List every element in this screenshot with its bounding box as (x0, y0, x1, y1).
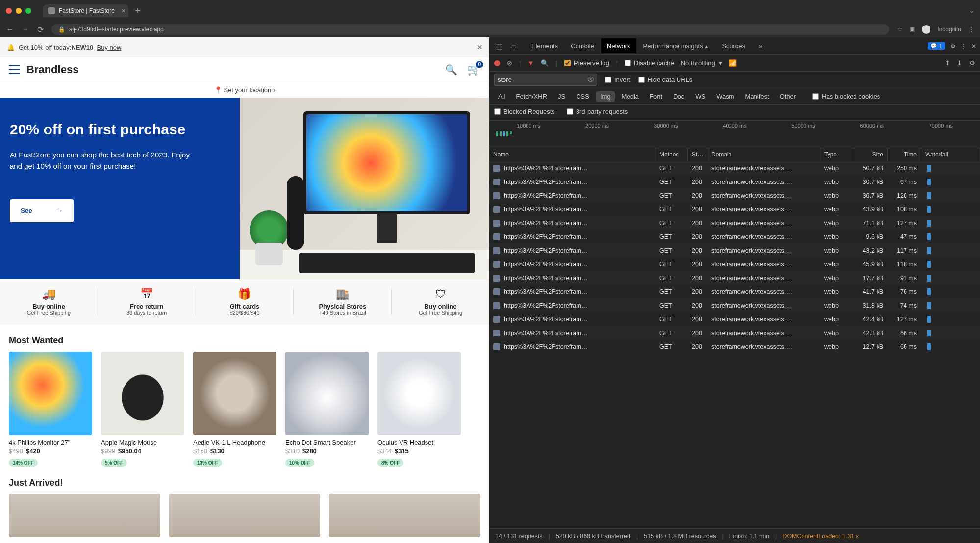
product-card[interactable]: Aedle VK-1 L Headphone $150$130 13% OFF (193, 352, 276, 467)
blocked-requests-checkbox[interactable]: Blocked Requests (494, 108, 555, 115)
table-row[interactable]: https%3A%2F%2Fstorefram… GET 200 storefr… (489, 161, 980, 175)
filter-icon[interactable]: ▼ (528, 59, 534, 67)
back-button[interactable]: ← (6, 25, 14, 34)
feature-item: 📅Free return30 days to return (98, 288, 196, 316)
type-filter-wasm[interactable]: Wasm (712, 91, 738, 102)
hamburger-menu-icon[interactable] (9, 65, 20, 74)
product-card[interactable]: Echo Dot Smart Speaker $310$280 10% OFF (285, 352, 369, 467)
product-card[interactable]: Oculus VR Headset $344$315 8% OFF (377, 352, 461, 467)
column-header[interactable]: Waterfall (921, 148, 980, 161)
new-tab-button[interactable]: + (135, 6, 141, 16)
table-row[interactable]: https%3A%2F%2Fstorefram… GET 200 storefr… (489, 340, 980, 354)
kebab-icon[interactable]: ⋮ (960, 43, 966, 50)
type-filter-img[interactable]: Img (596, 91, 615, 102)
cell-method: GET (655, 275, 688, 282)
gear-icon[interactable]: ⚙ (969, 59, 975, 67)
wifi-icon[interactable]: 📶 (729, 59, 737, 67)
has-blocked-cookies-checkbox[interactable]: Has blocked cookies (812, 93, 880, 100)
address-field[interactable]: 🔒 sfj-73d9fc8--starter.preview.vtex.app (51, 24, 889, 35)
console-messages-badge[interactable]: 💬 1 (928, 42, 945, 50)
download-icon[interactable]: ⬇ (957, 59, 962, 67)
inspect-icon[interactable]: ⬚ (493, 39, 505, 53)
close-devtools-icon[interactable]: ✕ (971, 43, 976, 50)
type-filter-media[interactable]: Media (618, 91, 643, 102)
upload-icon[interactable]: ⬆ (945, 59, 950, 67)
hide-data-urls-checkbox[interactable]: Hide data URLs (638, 76, 693, 83)
devtools-tab-network[interactable]: Network (601, 38, 636, 53)
table-row[interactable]: https%3A%2F%2Fstorefram… GET 200 storefr… (489, 216, 980, 230)
location-cta[interactable]: 📍 Set your location › (0, 82, 489, 98)
reload-button[interactable]: ⟳ (37, 25, 44, 34)
type-filter-ws[interactable]: WS (691, 91, 709, 102)
devtools-tab-performance-insights[interactable]: Performance insights ▲ (637, 38, 715, 53)
minimize-window-icon[interactable] (16, 8, 22, 14)
type-filter-fetch-xhr[interactable]: Fetch/XHR (512, 91, 551, 102)
table-row[interactable]: https%3A%2F%2Fstorefram… GET 200 storefr… (489, 244, 980, 258)
incognito-icon[interactable] (922, 25, 930, 34)
type-filter-font[interactable]: Font (646, 91, 666, 102)
cart-button[interactable]: 🛒0 (467, 63, 480, 76)
type-filter-css[interactable]: CSS (572, 91, 593, 102)
product-card[interactable]: Apple Magic Mouse $999$950.04 5% OFF (101, 352, 184, 467)
column-header[interactable]: Time (888, 148, 921, 161)
record-icon[interactable] (494, 60, 500, 66)
product-card[interactable]: 4k Philips Monitor 27" $490$420 14% OFF (9, 352, 92, 467)
close-promo-icon[interactable]: × (477, 42, 482, 52)
table-row[interactable]: https%3A%2F%2Fstorefram… GET 200 storefr… (489, 312, 980, 326)
kebab-menu-icon[interactable]: ⋮ (968, 26, 974, 33)
arrived-card[interactable] (169, 494, 321, 537)
type-filter-other[interactable]: Other (776, 91, 800, 102)
devtools-tab-elements[interactable]: Elements (526, 38, 564, 53)
table-header[interactable]: NameMethodSt…DomainTypeSizeTimeWaterfall (489, 148, 980, 161)
filter-input[interactable]: ⓧ (494, 74, 597, 86)
close-window-icon[interactable] (6, 8, 12, 14)
hero-cta-button[interactable]: See → (10, 199, 74, 222)
throttling-select[interactable]: No throttling ▾ (681, 59, 722, 67)
column-header[interactable]: Size (854, 148, 888, 161)
devtools-tab-console[interactable]: Console (565, 38, 600, 53)
table-row[interactable]: https%3A%2F%2Fstorefram… GET 200 storefr… (489, 175, 980, 189)
column-header[interactable]: Method (655, 148, 688, 161)
type-filter-all[interactable]: All (494, 91, 509, 102)
brand-logo[interactable]: Brandless (26, 63, 78, 76)
table-row[interactable]: https%3A%2F%2Fstorefram… GET 200 storefr… (489, 189, 980, 203)
type-filter-manifest[interactable]: Manifest (741, 91, 773, 102)
table-row[interactable]: https%3A%2F%2Fstorefram… GET 200 storefr… (489, 230, 980, 244)
extensions-icon[interactable]: ▣ (909, 26, 915, 33)
table-row[interactable]: https%3A%2F%2Fstorefram… GET 200 storefr… (489, 285, 980, 299)
column-header[interactable]: St… (688, 148, 707, 161)
invert-checkbox[interactable]: Invert (605, 76, 630, 83)
devtools-tab-sources[interactable]: Sources (716, 38, 751, 53)
search-icon[interactable]: 🔍 (445, 64, 457, 76)
arrived-card[interactable] (9, 494, 160, 537)
device-toggle-icon[interactable]: ▭ (507, 39, 520, 53)
devtools-more-tabs[interactable]: » (753, 38, 768, 53)
browser-tab[interactable]: FastStore | FastStore × (43, 4, 128, 17)
star-icon[interactable]: ☆ (897, 26, 903, 33)
type-filter-js[interactable]: JS (554, 91, 569, 102)
column-header[interactable]: Name (489, 148, 655, 161)
zoom-window-icon[interactable] (25, 8, 31, 14)
table-row[interactable]: https%3A%2F%2Fstorefram… GET 200 storefr… (489, 271, 980, 285)
arrived-card[interactable] (329, 494, 480, 537)
preserve-log-checkbox[interactable]: Preserve log (564, 59, 609, 67)
column-header[interactable]: Domain (707, 148, 820, 161)
chevron-down-icon[interactable]: ⌄ (969, 7, 974, 14)
close-tab-icon[interactable]: × (122, 7, 126, 14)
third-party-checkbox[interactable]: 3rd-party requests (567, 108, 628, 115)
forward-button[interactable]: → (22, 25, 29, 34)
file-icon (493, 233, 500, 240)
column-header[interactable]: Type (820, 148, 854, 161)
disable-cache-checkbox[interactable]: Disable cache (625, 59, 674, 67)
network-timeline[interactable]: 10000 ms20000 ms30000 ms40000 ms50000 ms… (489, 121, 980, 148)
search-icon[interactable]: 🔍 (541, 59, 549, 67)
clear-icon[interactable]: ⊘ (507, 59, 512, 67)
type-filter-doc[interactable]: Doc (669, 91, 688, 102)
table-row[interactable]: https%3A%2F%2Fstorefram… GET 200 storefr… (489, 299, 980, 312)
table-row[interactable]: https%3A%2F%2Fstorefram… GET 200 storefr… (489, 203, 980, 216)
table-row[interactable]: https%3A%2F%2Fstorefram… GET 200 storefr… (489, 258, 980, 271)
gear-icon[interactable]: ⚙ (950, 43, 955, 50)
clear-filter-icon[interactable]: ⓧ (588, 76, 594, 84)
table-row[interactable]: https%3A%2F%2Fstorefram… GET 200 storefr… (489, 326, 980, 340)
promo-link[interactable]: Buy now (97, 44, 121, 51)
